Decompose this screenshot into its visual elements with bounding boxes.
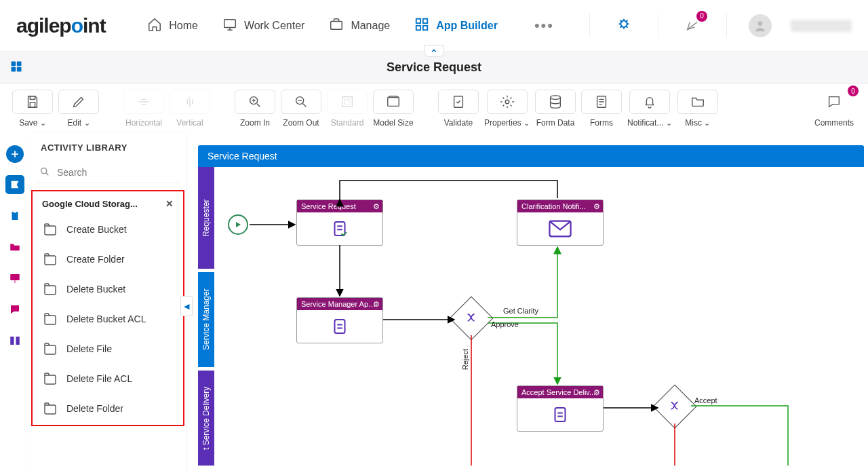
start-event[interactable]	[228, 214, 248, 235]
lane-requester[interactable]: Requester	[198, 167, 214, 269]
avatar[interactable]	[749, 14, 772, 37]
svg-rect-26	[16, 337, 20, 345]
activity-library-panel: ACTIVITY LIBRARY Google Cloud Storag... …	[30, 133, 186, 473]
panel-collapse-button[interactable]: ◀	[180, 296, 193, 316]
toolbar-label: Properties ⌄	[484, 118, 530, 128]
gear-icon[interactable]: ⚙	[593, 388, 600, 397]
task-clarification-notification[interactable]: Clarification Notifi...⚙	[517, 200, 604, 246]
svg-rect-9	[12, 67, 16, 72]
nav-app-builder[interactable]: App Builder	[414, 17, 498, 35]
activity-label: Create Folder	[66, 254, 125, 265]
svg-rect-25	[10, 337, 14, 345]
briefcase-icon	[329, 17, 344, 35]
canvas-area: Service Request Requester Service Manage…	[186, 133, 868, 473]
toolbar-validate-button[interactable]	[438, 90, 479, 114]
nav-manage[interactable]: Manage	[329, 17, 390, 35]
toolbar-misc-button[interactable]	[677, 90, 718, 114]
svg-rect-8	[17, 62, 22, 67]
rail-item-columns[interactable]	[5, 331, 24, 350]
edge-get-clarity: Get Clarity	[503, 307, 538, 315]
grid-icon	[414, 17, 429, 35]
toolbar-notificat--button[interactable]	[629, 90, 670, 114]
toolbar-label: Zoom In	[240, 118, 270, 128]
task-service-request[interactable]: Service Request⚙	[296, 200, 383, 246]
nav-manage-label: Manage	[351, 20, 390, 32]
panel-group-header[interactable]: Google Cloud Storag... ✕	[33, 193, 183, 214]
toolbar-label: Forms	[590, 118, 613, 128]
rail-item-clipboard[interactable]	[5, 206, 24, 225]
toolbar-label: Model Size	[373, 118, 413, 128]
svg-rect-4	[416, 25, 420, 29]
svg-rect-23	[14, 211, 17, 213]
folder-icon	[42, 371, 58, 387]
close-icon[interactable]: ✕	[165, 198, 174, 209]
activity-item[interactable]: Create Bucket	[33, 214, 183, 244]
svg-rect-1	[331, 21, 342, 29]
folder-icon	[42, 400, 58, 417]
side-rail	[0, 133, 30, 473]
toolbar-forms-button[interactable]	[581, 90, 622, 114]
activity-item[interactable]: Delete Bucket ACL	[33, 304, 183, 334]
process-canvas[interactable]: Requester Service Manager t Service Deli…	[198, 167, 864, 466]
search-icon	[39, 166, 50, 179]
toolbar-form-data-button[interactable]	[535, 90, 576, 114]
highlighted-group: Google Cloud Storag... ✕ Create BucketCr…	[31, 190, 184, 426]
toolbar: Save ⌄Edit ⌄HorizontalVerticalZoom InZoo…	[0, 84, 868, 133]
activity-item[interactable]: Delete File ACL	[33, 364, 183, 394]
nav-work-center-label: Work Center	[244, 20, 305, 32]
task-accept-service-delivery[interactable]: Accept Service Deliv...⚙	[517, 385, 604, 432]
rail-add-button[interactable]	[6, 145, 24, 163]
home-icon	[147, 17, 162, 35]
activity-item[interactable]: Delete Bucket	[33, 274, 183, 304]
gear-icon[interactable]: ⚙	[593, 202, 600, 211]
activity-label: Delete File ACL	[66, 373, 132, 384]
comments-button[interactable]: 0	[814, 90, 854, 114]
gateway-accept[interactable]	[659, 391, 690, 422]
toolbar-label: Edit ⌄	[67, 118, 90, 128]
rail-item-folder[interactable]	[5, 238, 24, 257]
nav-work-center[interactable]: Work Center	[222, 17, 305, 35]
toolbar-edit-button[interactable]	[58, 90, 99, 114]
nav-app-builder-label: App Builder	[436, 20, 498, 32]
toolbar-properties-button[interactable]	[487, 90, 528, 114]
toolbar-zoom-in-button[interactable]	[235, 90, 275, 114]
activity-item[interactable]: Delete File	[33, 334, 183, 364]
svg-point-20	[551, 96, 561, 100]
nav-home[interactable]: Home	[147, 17, 198, 35]
toolbar-model-size-button[interactable]	[373, 90, 414, 114]
panel-group-title: Google Cloud Storag...	[42, 199, 138, 209]
lane-service-delivery[interactable]: t Service Delivery	[198, 371, 214, 466]
svg-rect-22	[12, 212, 18, 220]
gateway-approval[interactable]	[456, 303, 487, 334]
toolbar-zoom-out-button[interactable]	[281, 90, 321, 114]
search-input[interactable]	[37, 162, 179, 183]
svg-rect-0	[224, 19, 236, 27]
rail-item-display[interactable]	[5, 269, 24, 288]
collapse-titlebar-button[interactable]	[424, 45, 444, 57]
toolbar-label: Horizontal	[125, 118, 162, 128]
nav-more-button[interactable]: •••	[534, 17, 554, 35]
svg-rect-10	[17, 67, 22, 72]
gear-icon[interactable]: ⚙	[373, 202, 380, 211]
toolbar-save-button[interactable]	[12, 90, 53, 114]
task-service-manager-approval[interactable]: Service Manager Appr...⚙	[296, 297, 383, 343]
gear-icon[interactable]: ⚙	[373, 300, 380, 309]
rail-item-chat[interactable]	[5, 300, 24, 319]
activity-item[interactable]: Delete Folder	[33, 394, 183, 423]
titlebar-grid-button[interactable]	[9, 60, 23, 75]
activity-item[interactable]: Create Folder	[33, 244, 183, 274]
activity-label: Delete File	[66, 343, 112, 354]
notification-button[interactable]: 0	[680, 14, 705, 38]
nav-links: Home Work Center Manage App Builder •••	[147, 17, 554, 35]
rail-item-selected[interactable]	[5, 175, 24, 194]
toolbar-label: Standard	[331, 118, 364, 128]
apps-icon-button[interactable]	[612, 14, 636, 38]
lane-service-manager[interactable]: Service Manager	[198, 272, 214, 367]
svg-point-27	[41, 168, 47, 174]
toolbar-label: Validate	[444, 118, 473, 128]
edge-reject: Reject	[461, 349, 469, 370]
svg-rect-3	[423, 18, 427, 22]
svg-rect-7	[12, 62, 16, 67]
svg-point-6	[758, 21, 763, 26]
nav-home-label: Home	[169, 20, 198, 32]
